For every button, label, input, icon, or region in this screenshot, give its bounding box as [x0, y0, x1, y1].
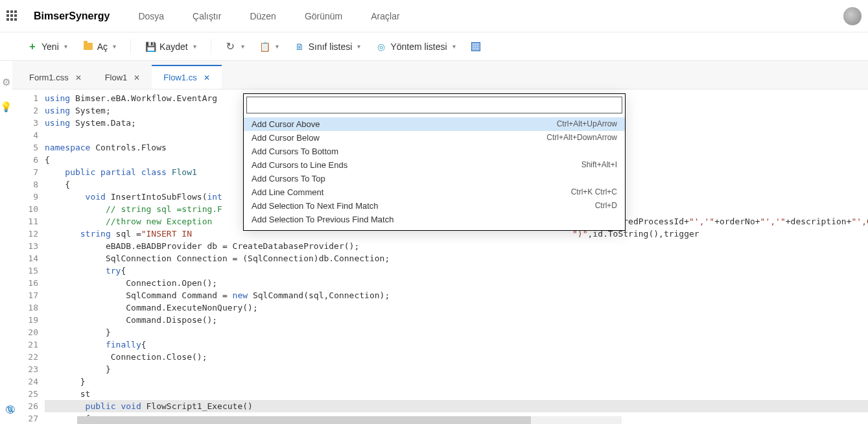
- brand-label[interactable]: BimserSynergy: [34, 10, 110, 22]
- tab-label: Flow1: [105, 73, 128, 82]
- command-palette-item[interactable]: Add Cursors To Bottom: [244, 145, 625, 158]
- clipboard-button[interactable]: 📋▾: [255, 39, 284, 54]
- command-shortcut: Ctrl+D: [595, 201, 617, 211]
- save-icon: 💾: [145, 41, 156, 52]
- clipboard-icon: 📋: [260, 41, 270, 52]
- command-palette-item[interactable]: Add Selection To Previous Find Match: [244, 213, 625, 226]
- scrollbar-thumb[interactable]: [77, 416, 531, 424]
- command-palette-input[interactable]: [246, 97, 622, 113]
- line-number-gutter: 1234567891011121314151617181920212223242…: [12, 89, 45, 424]
- command-label: Add Selection To Next Find Match: [252, 201, 379, 211]
- command-label: Add Cursors to Line Ends: [252, 160, 347, 170]
- command-palette-item[interactable]: Add Cursors to Line EndsShift+Alt+I: [244, 158, 625, 172]
- table-view-button[interactable]: [466, 40, 486, 54]
- open-button[interactable]: Aç▾: [78, 39, 121, 54]
- separator: [130, 39, 131, 54]
- undo-button[interactable]: ↺▾: [220, 39, 250, 54]
- tab-label: Form1.css: [29, 73, 69, 82]
- chevron-down-icon: ▾: [357, 43, 360, 50]
- left-activity-bar: ⚙ 💡: [0, 61, 12, 424]
- tab-label: Flow1.cs: [163, 73, 196, 82]
- command-palette-item[interactable]: Add Cursors To Top: [244, 172, 625, 185]
- feedback-icon[interactable]: 🕲: [6, 405, 15, 415]
- open-label: Aç: [97, 41, 108, 52]
- gear-icon: ◎: [376, 41, 386, 52]
- chevron-down-icon: ▾: [241, 43, 244, 50]
- tab-form1-css[interactable]: Form1.css✕: [18, 66, 93, 89]
- command-palette-item[interactable]: Add Line CommentCtrl+K Ctrl+C: [244, 185, 625, 199]
- document-icon: 🗎: [294, 41, 305, 52]
- toolbar: +Yeni▾ Aç▾ 💾Kaydet▾ ↺▾ 📋▾ 🗎Sınıf listesi…: [0, 32, 868, 61]
- folder-icon: [83, 41, 93, 52]
- plus-icon: +: [27, 41, 38, 52]
- menu-file[interactable]: Dosya: [138, 11, 164, 21]
- class-list-button[interactable]: 🗎Sınıf listesi▾: [289, 39, 366, 54]
- command-palette-list: Add Cursor AboveCtrl+Alt+UpArrowAdd Curs…: [244, 116, 625, 230]
- save-label: Kaydet: [159, 41, 188, 52]
- new-label: Yeni: [41, 41, 59, 52]
- menu-edit[interactable]: Düzen: [250, 11, 276, 21]
- chevron-down-icon: ▾: [64, 43, 67, 50]
- command-label: Add Selection To Previous Find Match: [252, 215, 393, 224]
- command-shortcut: Ctrl+Alt+UpArrow: [557, 119, 617, 129]
- menu-tools[interactable]: Araçlar: [371, 11, 399, 21]
- lightbulb-icon[interactable]: 💡: [0, 101, 12, 113]
- command-label: Add Line Comment: [252, 187, 323, 197]
- undo-icon: ↺: [226, 41, 236, 52]
- chevron-down-icon: ▾: [193, 43, 196, 50]
- editor-tabs: Form1.css✕ Flow1✕ Flow1.cs✕ ‹ ›: [12, 61, 868, 89]
- save-button[interactable]: 💾Kaydet▾: [140, 39, 202, 54]
- chevron-down-icon: ▾: [113, 43, 116, 50]
- command-label: Add Cursors To Top: [252, 174, 325, 183]
- command-palette-item[interactable]: Add Selection To Next Find MatchCtrl+D: [244, 199, 625, 213]
- command-label: Add Cursor Above: [252, 119, 320, 129]
- table-icon: [471, 42, 480, 51]
- tab-flow1-cs[interactable]: Flow1.cs✕: [152, 65, 221, 89]
- close-icon[interactable]: ✕: [134, 73, 140, 82]
- menu-run[interactable]: Çalıştır: [193, 11, 221, 21]
- top-menubar: BimserSynergy Dosya Çalıştır Düzen Görün…: [0, 0, 868, 32]
- app-launcher-icon[interactable]: [6, 10, 18, 22]
- command-palette: Add Cursor AboveCtrl+Alt+UpArrowAdd Curs…: [243, 93, 626, 231]
- chevron-down-icon: ▾: [452, 43, 456, 50]
- command-shortcut: Ctrl+Alt+DownArrow: [546, 133, 617, 143]
- command-shortcut: Ctrl+K Ctrl+C: [571, 187, 617, 197]
- menu-view[interactable]: Görünüm: [305, 11, 342, 21]
- new-button[interactable]: +Yeni▾: [22, 39, 73, 54]
- horizontal-scrollbar[interactable]: [77, 416, 622, 424]
- close-icon[interactable]: ✕: [204, 73, 210, 82]
- command-label: Add Cursors To Bottom: [252, 147, 338, 156]
- separator: [211, 39, 211, 54]
- command-shortcut: Shift+Alt+I: [581, 160, 617, 170]
- command-palette-item[interactable]: Add Cursor BelowCtrl+Alt+DownArrow: [244, 131, 625, 145]
- settings-icon[interactable]: ⚙: [2, 77, 10, 88]
- tab-flow1[interactable]: Flow1✕: [93, 66, 152, 89]
- method-list-button[interactable]: ◎Yöntem listesi▾: [371, 39, 460, 54]
- chevron-down-icon: ▾: [276, 43, 279, 50]
- command-palette-item[interactable]: Add Cursor AboveCtrl+Alt+UpArrow: [244, 117, 625, 131]
- user-avatar[interactable]: [843, 7, 862, 25]
- method-list-label: Yöntem listesi: [390, 41, 447, 52]
- close-icon[interactable]: ✕: [75, 73, 82, 82]
- class-list-label: Sınıf listesi: [309, 41, 353, 52]
- command-label: Add Cursor Below: [252, 133, 320, 143]
